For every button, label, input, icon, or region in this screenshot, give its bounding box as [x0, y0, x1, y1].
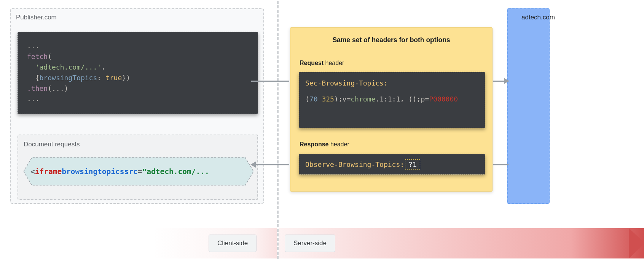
- req-vkey: v=: [343, 95, 351, 103]
- req-semi: ;: [338, 95, 343, 103]
- headers-title: Same set of headers for both options: [290, 36, 492, 44]
- adtech-panel: [507, 8, 550, 204]
- arrow-fetch-to-headers: [251, 81, 289, 82]
- iframe-lt: <: [30, 167, 35, 176]
- resp-value-box: ?1: [405, 159, 420, 170]
- request-label-bold: Request: [300, 60, 324, 66]
- arrow-req-to-adtech: [493, 81, 509, 82]
- diagram-stage: Publisher.com ... fetch( 'adtech.com/...…: [0, 0, 644, 279]
- iframe-q1: ": [142, 167, 147, 176]
- response-label-bold: Response: [300, 141, 328, 147]
- iframe-src-key: src: [124, 167, 138, 176]
- code-colon: :: [97, 74, 105, 82]
- req-comma: ,: [400, 95, 408, 103]
- code-then-args: (...): [48, 84, 68, 92]
- req-header-name: Sec-Browsing-Topics:: [305, 79, 388, 87]
- req-n2: 325: [322, 95, 334, 103]
- code-url-arg: 'adtech.com/...': [35, 63, 101, 71]
- adtech-label: adtech.com: [521, 14, 555, 21]
- code-ellipsis: ...: [27, 42, 40, 50]
- request-label-rest: header: [324, 60, 344, 66]
- req-n1: 70: [309, 95, 318, 103]
- req-chrome: chrome: [351, 95, 375, 103]
- client-server-separator: [277, 1, 279, 259]
- code-prop: browsingTopics: [40, 74, 97, 82]
- arrow-head-icon: [504, 78, 509, 84]
- iframe-tag: iframe: [35, 167, 62, 176]
- code-lbrace: {: [35, 74, 40, 82]
- response-header-label: Response header: [300, 141, 349, 148]
- response-header-block: Observe-Browsing-Topics: ?1: [299, 154, 485, 174]
- code-rbrace: }: [122, 74, 126, 82]
- request-header-label: Request header: [300, 60, 344, 67]
- arrow-resp-to-docreq: [251, 164, 289, 165]
- req-pkey: p=: [421, 95, 429, 103]
- code-lparen: (: [48, 52, 52, 60]
- server-side-label: Server-side: [285, 235, 335, 252]
- resp-header-name: Observe-Browsing-Topics:: [305, 160, 404, 168]
- code-true: true: [105, 74, 122, 82]
- fetch-code-block: ... fetch( 'adtech.com/...', {browsingTo…: [18, 32, 258, 114]
- req-pval: P000000: [429, 95, 458, 103]
- iframe-attr: browsingtopics: [62, 167, 124, 176]
- client-side-label: Client-side: [209, 235, 257, 252]
- headers-panel: Same set of headers for both options Req…: [290, 27, 493, 192]
- req-rp: ): [334, 95, 338, 103]
- gradient-arrow-head-icon: [629, 228, 644, 258]
- document-requests-panel: Document requests <iframe browsingtopics…: [18, 135, 258, 200]
- code-fetch: fetch: [27, 52, 48, 60]
- response-label-rest: header: [328, 141, 349, 147]
- req-lp2: (: [408, 95, 413, 103]
- arrow-adtech-to-resp: [493, 164, 509, 165]
- arrow-head-icon: [250, 162, 256, 168]
- iframe-tag-shape: <iframe browsingtopics src="adtech.com/.…: [24, 157, 253, 185]
- iframe-src-val: adtech.com/...: [147, 167, 209, 176]
- code-then: .then: [27, 84, 48, 92]
- document-requests-label: Document requests: [24, 141, 80, 148]
- iframe-eq: =: [138, 167, 142, 176]
- req-space: [318, 95, 322, 103]
- req-ver: .1:1:1: [375, 95, 400, 103]
- publisher-panel: Publisher.com ... fetch( 'adtech.com/...…: [10, 8, 264, 204]
- req-lp: (: [305, 95, 309, 103]
- req-semi2: ;: [417, 95, 421, 103]
- req-rp2: ): [413, 95, 417, 103]
- request-header-block: Sec-Browsing-Topics: (70 325);v=chrome.1…: [299, 72, 485, 128]
- iframe-code-text: <iframe browsingtopics src="adtech.com/.…: [30, 157, 247, 185]
- code-rparen: ): [126, 74, 130, 82]
- publisher-label: Publisher.com: [16, 14, 57, 21]
- code-comma: ,: [101, 63, 105, 71]
- code-ellipsis-2: ...: [27, 95, 40, 103]
